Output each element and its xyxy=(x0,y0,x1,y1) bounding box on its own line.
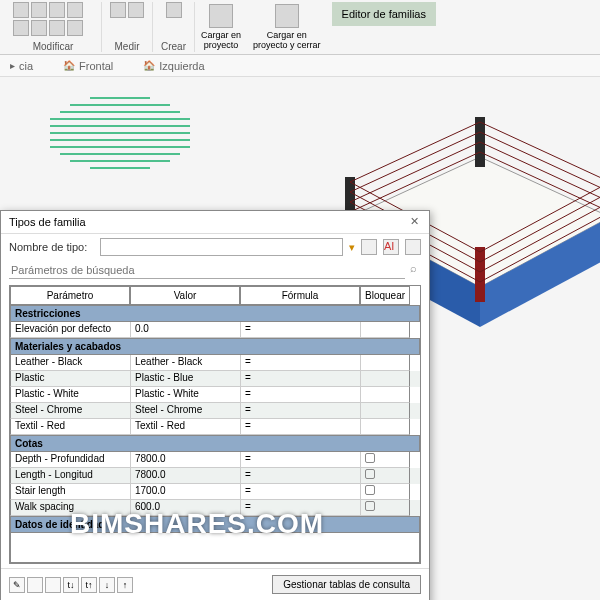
ribbon-group-medir: Medir xyxy=(102,2,153,52)
param-label: Plastic - White xyxy=(10,387,130,403)
load-icon xyxy=(209,4,233,28)
param-lock[interactable] xyxy=(360,452,410,468)
measure-tool-icon[interactable] xyxy=(110,2,126,18)
param-formula[interactable]: = xyxy=(240,468,360,484)
ribbon-label-modificar: Modificar xyxy=(33,41,74,52)
param-lock[interactable] xyxy=(360,500,410,516)
modify-tool-icon[interactable] xyxy=(13,20,29,36)
param-label: Depth - Profundidad xyxy=(10,452,130,468)
edit-icon[interactable]: ✎ xyxy=(9,577,25,593)
param-row[interactable]: Leather - BlackLeather - Black= xyxy=(10,355,420,371)
param-lock[interactable] xyxy=(360,322,410,338)
sort-desc-icon[interactable]: t↑ xyxy=(81,577,97,593)
delete-param-icon[interactable] xyxy=(45,577,61,593)
param-toolbar: ✎ t↓ t↑ ↓ ↑ xyxy=(9,577,133,593)
modify-tool-icon[interactable] xyxy=(31,20,47,36)
view-bar: ▸ cia 🏠 Frontal 🏠 Izquierda xyxy=(0,55,600,77)
modify-tool-icon[interactable] xyxy=(49,20,65,36)
new-type-icon[interactable] xyxy=(361,239,377,255)
param-value[interactable]: Textil - Red xyxy=(130,419,240,435)
param-row[interactable]: Elevación por defecto 0.0 = xyxy=(10,322,420,338)
param-row[interactable]: Steel - ChromeSteel - Chrome= xyxy=(10,403,420,419)
param-lock[interactable] xyxy=(360,387,410,403)
close-icon[interactable]: ✕ xyxy=(407,215,421,229)
param-lock[interactable] xyxy=(360,355,410,371)
param-label: Plastic xyxy=(10,371,130,387)
param-value[interactable]: Leather - Black xyxy=(130,355,240,371)
param-row[interactable]: Stair length1700.0= xyxy=(10,484,420,500)
col-parametro[interactable]: Parámetro xyxy=(10,286,130,305)
param-lock[interactable] xyxy=(360,371,410,387)
dropdown-icon[interactable]: ▾ xyxy=(349,241,355,254)
view-ref[interactable]: ▸ cia xyxy=(10,60,33,72)
param-lock[interactable] xyxy=(360,468,410,484)
param-formula[interactable]: = xyxy=(240,403,360,419)
param-lock[interactable] xyxy=(360,419,410,435)
type-name-label: Nombre de tipo: xyxy=(9,241,94,253)
load-label2: Cargar en xyxy=(267,30,307,40)
section-restricciones[interactable]: Restricciones xyxy=(10,305,420,322)
param-value[interactable]: Plastic - Blue xyxy=(130,371,240,387)
param-row[interactable]: Length - Longitud7800.0= xyxy=(10,468,420,484)
ribbon-label-crear: Crear xyxy=(161,41,186,52)
param-label: Leather - Black xyxy=(10,355,130,371)
col-valor[interactable]: Valor xyxy=(130,286,240,305)
param-row[interactable]: Depth - Profundidad7800.0= xyxy=(10,452,420,468)
modify-tool-icon[interactable] xyxy=(67,2,83,18)
type-name-row: Nombre de tipo: ▾ AI xyxy=(1,234,429,260)
param-value[interactable]: Steel - Chrome xyxy=(130,403,240,419)
param-label: Steel - Chrome xyxy=(10,403,130,419)
modify-tool-icon[interactable] xyxy=(13,2,29,18)
param-lock[interactable] xyxy=(360,403,410,419)
section-cotas[interactable]: Cotas xyxy=(10,435,420,452)
load-close-button[interactable]: Cargar en proyecto y cerrar xyxy=(247,2,327,52)
param-value[interactable]: 1700.0 xyxy=(130,484,240,500)
param-formula[interactable]: = xyxy=(240,322,360,338)
col-formula[interactable]: Fórmula xyxy=(240,286,360,305)
search-row: ⌕ xyxy=(1,260,429,281)
svg-rect-6 xyxy=(475,247,485,302)
param-formula[interactable]: = xyxy=(240,484,360,500)
param-value[interactable]: 7800.0 xyxy=(130,468,240,484)
param-row[interactable]: PlasticPlastic - Blue= xyxy=(10,371,420,387)
param-formula[interactable]: = xyxy=(240,355,360,371)
param-formula[interactable]: = xyxy=(240,387,360,403)
editor-familias-tab: Editor de familias xyxy=(332,2,436,26)
move-up-icon[interactable]: ↑ xyxy=(117,577,133,593)
modify-tool-icon[interactable] xyxy=(67,20,83,36)
param-value[interactable]: Plastic - White xyxy=(130,387,240,403)
load-label1b: proyecto xyxy=(204,40,239,50)
view-frontal[interactable]: 🏠 Frontal xyxy=(63,60,113,72)
param-label: Length - Longitud xyxy=(10,468,130,484)
view-izquierda[interactable]: 🏠 Izquierda xyxy=(143,60,204,72)
ribbon-label-medir: Medir xyxy=(114,41,139,52)
search-input[interactable] xyxy=(9,262,405,279)
param-lock[interactable] xyxy=(360,484,410,500)
new-param-icon[interactable] xyxy=(27,577,43,593)
delete-type-icon[interactable] xyxy=(405,239,421,255)
param-formula[interactable]: = xyxy=(240,419,360,435)
dialog-titlebar: Tipos de familia ✕ xyxy=(1,211,429,234)
param-value[interactable]: 0.0 xyxy=(130,322,240,338)
param-label: Textil - Red xyxy=(10,419,130,435)
section-materiales[interactable]: Materiales y acabados xyxy=(10,338,420,355)
create-tool-icon[interactable] xyxy=(166,2,182,18)
rename-type-icon[interactable]: AI xyxy=(383,239,399,255)
grid-header: Parámetro Valor Fórmula Bloquear xyxy=(10,286,420,305)
param-value[interactable]: 7800.0 xyxy=(130,452,240,468)
param-formula[interactable]: = xyxy=(240,371,360,387)
param-formula[interactable]: = xyxy=(240,452,360,468)
sort-asc-icon[interactable]: t↓ xyxy=(63,577,79,593)
manage-lookup-button[interactable]: Gestionar tablas de consulta xyxy=(272,575,421,594)
move-down-icon[interactable]: ↓ xyxy=(99,577,115,593)
type-name-input[interactable] xyxy=(100,238,343,256)
param-row[interactable]: Textil - RedTextil - Red= xyxy=(10,419,420,435)
search-icon[interactable]: ⌕ xyxy=(405,262,421,278)
col-bloquear[interactable]: Bloquear xyxy=(360,286,410,305)
modify-tool-icon[interactable] xyxy=(49,2,65,18)
measure-tool-icon[interactable] xyxy=(128,2,144,18)
load-project-button[interactable]: Cargar en proyecto xyxy=(195,2,247,52)
param-label: Stair length xyxy=(10,484,130,500)
modify-tool-icon[interactable] xyxy=(31,2,47,18)
param-row[interactable]: Plastic - WhitePlastic - White= xyxy=(10,387,420,403)
